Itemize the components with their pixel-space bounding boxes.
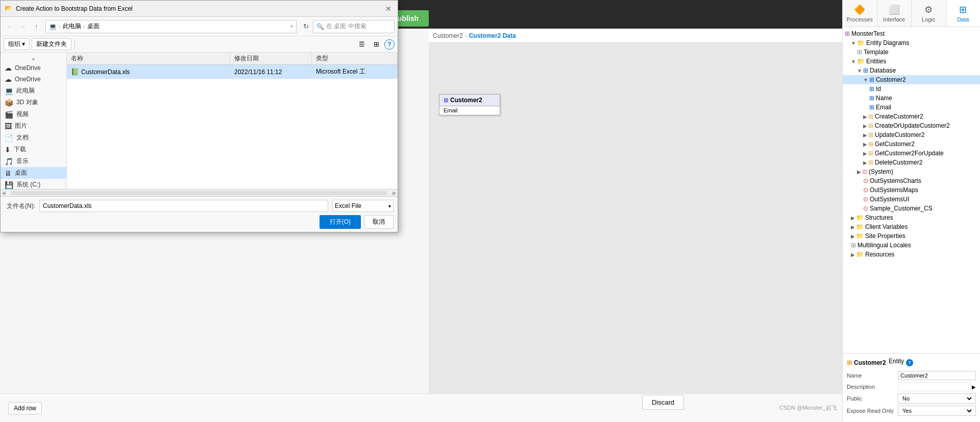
expand-arrow: ▼ <box>851 40 856 46</box>
nav-refresh-button[interactable]: ↻ <box>300 20 312 33</box>
dialog-close-button[interactable]: ✕ <box>383 4 394 14</box>
tree-entities[interactable]: ▼ 📁 Entities <box>843 57 980 66</box>
properties-panel: ⊞ Customer2 Entity ? Name Customer2 Desc… <box>843 353 980 422</box>
prop-public-value[interactable]: No Yes <box>898 393 976 404</box>
dialog-titlebar: 📂 Create Action to Bootstrap Data from E… <box>1 1 398 17</box>
tab-logic[interactable]: ⚙ Logic <box>912 0 946 27</box>
tree-getcustomer2[interactable]: ▶ ⊞ GetCustomer2 <box>843 139 980 149</box>
tab-data-label: Data <box>957 16 969 22</box>
prop-name-value[interactable]: Customer2 <box>898 371 976 380</box>
prop-description-label: Description <box>847 384 898 390</box>
breadcrumb-parent[interactable]: Customer2 <box>433 32 463 39</box>
hscroll-left-arrow[interactable]: ◀ <box>1 190 7 196</box>
dialog-sidebar: ▲ ☁ OneDrive ☁ OneDrive 💻 此电脑 📦 3D 对象 🎬 … <box>1 53 67 189</box>
tree-updatecustomer2[interactable]: ▶ ⊞ UpdateCustomer2 <box>843 130 980 139</box>
tree-outsystemsui-label: OutSystemsUI <box>870 196 909 203</box>
tree-template[interactable]: ⊞ Template <box>843 48 980 57</box>
help-icon[interactable]: ? <box>906 359 913 366</box>
tree-customer2[interactable]: ▼ ⊞ Customer2 <box>843 75 980 84</box>
tree-root[interactable]: ⊞ MonsterTest <box>843 29 980 38</box>
new-folder-button[interactable]: 新建文件夹 <box>32 38 71 50</box>
tab-data[interactable]: ⊞ Data <box>946 0 981 27</box>
organize-button[interactable]: 组织 ▾ <box>4 38 30 50</box>
tree-multilinguallocales[interactable]: ⊞ Multilingual Locales <box>843 241 980 250</box>
tree-deletecustomer2[interactable]: ▶ ⊞ DeleteCustomer2 <box>843 158 980 167</box>
scroll-up-icon[interactable]: ▲ <box>31 56 36 61</box>
tree-outsystemsmaps[interactable]: ⊙ OutSystemsMaps <box>843 185 980 195</box>
tree-database[interactable]: ▼ ⊞ Database <box>843 66 980 75</box>
filetype-select[interactable]: Excel File ▾ <box>332 200 394 212</box>
prop-exposereadonly-select[interactable]: Yes No <box>900 407 973 414</box>
sidebar-item-documents[interactable]: 📄 文档 <box>1 132 66 144</box>
dialog-cancel-button[interactable]: 取消 <box>364 215 394 229</box>
tree-outsystemscharts-label: OutSystemsCharts <box>870 177 921 184</box>
entity-name-title: Customer2 <box>854 359 886 366</box>
tree-id[interactable]: ⊞ Id <box>843 84 980 93</box>
col-date[interactable]: 修改日期 <box>230 53 312 64</box>
col-name[interactable]: 名称 <box>67 53 230 64</box>
view-list-button[interactable]: ☰ <box>356 38 368 51</box>
documents-icon: 📄 <box>5 134 13 142</box>
dialog-open-button[interactable]: 打开(O) <box>320 215 361 229</box>
tree-clientvariables[interactable]: ▶ 📁 Client Variables <box>843 222 980 231</box>
sidebar-item-onedrive2[interactable]: ☁ OneDrive <box>1 74 66 85</box>
sidebar-item-thispc[interactable]: 💻 此电脑 <box>1 85 66 97</box>
nav-search-box[interactable]: 🔍 在 桌面 中搜索 <box>313 20 395 33</box>
tree-samplecustomer[interactable]: ⊙ Sample_Customer_CS <box>843 204 980 213</box>
onedrive2-icon: ☁ <box>5 75 12 83</box>
tree-entity-diagrams-label: Entity Diagrams <box>866 39 910 46</box>
tree-structures[interactable]: ▶ 📁 Structures <box>843 213 980 222</box>
prop-public-select[interactable]: No Yes <box>900 395 973 402</box>
nav-path-box[interactable]: 💻 › 此电脑 › 桌面 ▾ <box>45 20 297 33</box>
tab-interface[interactable]: ⬜ Interface <box>877 0 912 27</box>
tree-outsystemsui[interactable]: ⊙ OutSystemsUI <box>843 195 980 204</box>
sidebar-item-pictures[interactable]: 🖼 图片 <box>1 120 66 132</box>
tree-email[interactable]: ⊞ Email <box>843 103 980 112</box>
sidebar-item-systemc[interactable]: 💾 系统 (C:) <box>1 179 66 189</box>
tree-system[interactable]: ▶ ⊙ (System) <box>843 167 980 176</box>
filename-input[interactable] <box>39 200 328 212</box>
tree-siteproperties[interactable]: ▶ 📁 Site Properties <box>843 231 980 241</box>
filelist-header: 名称 修改日期 类型 <box>67 53 398 65</box>
sidebar-item-desktop[interactable]: 🖥 桌面 <box>1 167 66 179</box>
bottom-bar: Add row <box>0 393 842 422</box>
tree-outsystemscharts[interactable]: ⊙ OutSystemsCharts <box>843 176 980 185</box>
prop-exposereadonly-value[interactable]: Yes No <box>898 406 976 416</box>
prop-description-value[interactable] <box>898 382 971 391</box>
nav-up-button[interactable]: ↑ <box>30 20 42 33</box>
tab-processes[interactable]: 🔶 Processes <box>843 0 877 27</box>
sidebar-item-videos[interactable]: 🎬 视频 <box>1 108 66 120</box>
sidebar-item-downloads[interactable]: ⬇ 下载 <box>1 144 66 155</box>
description-expand-icon[interactable]: ▶ <box>972 384 976 390</box>
tree-name[interactable]: ⊞ Name <box>843 93 980 103</box>
add-row-button[interactable]: Add row <box>8 402 42 414</box>
entity-icon: ⊞ <box>869 76 874 83</box>
collapse-arrow: ▶ <box>863 114 867 120</box>
hscroll-track[interactable] <box>11 191 387 195</box>
sidebar-item-onedrive1[interactable]: ☁ OneDrive <box>1 62 66 74</box>
discard-button[interactable]: Discard <box>642 395 684 410</box>
sidebar-item-music[interactable]: 🎵 音乐 <box>1 155 66 167</box>
folder-icon: 📁 <box>856 214 864 221</box>
nav-back-button[interactable]: ← <box>4 20 16 33</box>
tree-entity-diagrams[interactable]: ▼ 📁 Entity Diagrams <box>843 38 980 48</box>
tree-createcustomer2[interactable]: ▶ ⊞ CreateCustomer2 <box>843 112 980 121</box>
dialog-toolbar: 组织 ▾ 新建文件夹 ☰ ⊞ ? <box>1 36 398 53</box>
hscroll-right-arrow[interactable]: ▶ <box>391 190 398 196</box>
search-icon: 🔍 <box>316 23 324 30</box>
tree-getcustomer2forupdate[interactable]: ▶ ⊞ GetCustomer2ForUpdate <box>843 149 980 158</box>
filetype-value: Excel File <box>335 202 361 209</box>
view-grid-button[interactable]: ⊞ <box>370 38 382 51</box>
folder-icon: 📁 <box>856 223 864 230</box>
col-type[interactable]: 类型 <box>312 53 398 64</box>
tree-entities-label: Entities <box>866 58 886 65</box>
prop-public-row: Public No Yes <box>847 393 976 404</box>
sidebar-item-3dobjects[interactable]: 📦 3D 对象 <box>1 97 66 108</box>
prop-exposereadonly-label: Expose Read Only <box>847 408 898 414</box>
logic-icon: ⚙ <box>924 4 933 15</box>
tree-createorupdatecustomer2[interactable]: ▶ ⊞ CreateOrUpdateCustomer2 <box>843 121 980 130</box>
nav-forward-button[interactable]: → <box>17 20 29 33</box>
tree-resources[interactable]: ▶ 📁 Resources <box>843 250 980 259</box>
toolbar-help-button[interactable]: ? <box>384 39 395 50</box>
file-row-customerdata[interactable]: 📗 CustomerData.xls 2022/11/16 11:12 Micr… <box>67 65 398 79</box>
